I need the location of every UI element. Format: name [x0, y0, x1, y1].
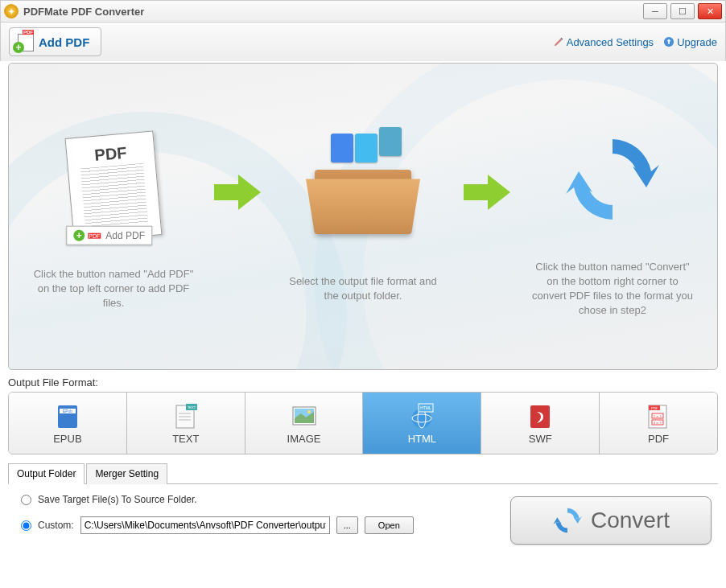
format-pdf[interactable]: PDF2 in 14 in 1 PDF	[600, 393, 717, 454]
intro-panel: PDF Add PDF Click the button named "Add …	[8, 63, 718, 370]
arrow-icon	[464, 172, 512, 212]
add-pdf-label: Add PDF	[39, 35, 89, 49]
close-button[interactable]: ✕	[698, 3, 722, 19]
titlebar: ✦ PDFMate PDF Converter ─ ☐ ✕	[0, 0, 726, 23]
settings-icon	[553, 36, 564, 47]
minimize-button[interactable]: ─	[643, 3, 667, 19]
html-icon: HTML	[407, 402, 436, 431]
svg-text:TEXT: TEXT	[188, 405, 196, 409]
step-3: Click the button named "Convert" on the …	[524, 115, 701, 319]
format-epub[interactable]: EPub EPUB	[9, 393, 127, 454]
format-swf[interactable]: SWF	[481, 393, 600, 454]
step-2-text: Select the output file format and the ou…	[274, 274, 452, 303]
svg-text:4 in 1: 4 in 1	[654, 421, 662, 425]
format-text[interactable]: TEXT TEXT	[127, 393, 245, 454]
format-selector: EPub EPUB TEXT TEXT IMAGE HTML HTML SWF …	[8, 392, 718, 454]
svg-text:2 in 1: 2 in 1	[654, 414, 662, 418]
format-label: IMAGE	[287, 433, 321, 445]
source-folder-label: Save Target File(s) To Source Folder.	[38, 494, 197, 505]
custom-folder-label: Custom:	[38, 520, 74, 531]
convert-cycle-icon	[564, 131, 661, 228]
app-logo-icon: ✦	[4, 4, 19, 19]
pdf-icon: PDF2 in 14 in 1	[644, 402, 673, 431]
maximize-button[interactable]: ☐	[670, 3, 695, 19]
swf-icon	[526, 402, 555, 431]
advanced-settings-link[interactable]: Advanced Settings	[553, 36, 654, 48]
output-format-label: Output File Format:	[8, 376, 718, 389]
tabs: Output Folder Merger Setting	[8, 463, 718, 483]
arrow-icon	[214, 172, 262, 212]
tab-merger-setting[interactable]: Merger Setting	[86, 463, 167, 484]
format-html[interactable]: HTML HTML	[363, 393, 481, 454]
custom-path-input[interactable]	[80, 516, 330, 534]
step-3-text: Click the button named "Convert" on the …	[524, 260, 701, 319]
format-label: HTML	[408, 433, 436, 445]
tab-output-folder[interactable]: Output Folder	[8, 463, 85, 484]
advanced-settings-label: Advanced Settings	[567, 36, 654, 48]
svg-rect-18	[530, 405, 550, 428]
step-1: PDF Add PDF Click the button named "Add …	[25, 122, 202, 311]
toolbar: PDF Add PDF Advanced Settings Upgrade	[0, 23, 726, 61]
svg-text:EPub: EPub	[63, 409, 72, 413]
upgrade-link[interactable]: Upgrade	[663, 36, 717, 48]
add-pdf-icon: PDF	[14, 32, 34, 51]
convert-label: Convert	[591, 508, 670, 533]
upgrade-label: Upgrade	[677, 36, 717, 48]
open-button[interactable]: Open	[365, 516, 414, 534]
upgrade-icon	[663, 36, 674, 47]
format-label: EPUB	[53, 433, 81, 445]
image-icon	[290, 402, 319, 431]
folder-icon	[311, 154, 415, 234]
step-1-text: Click the button named "Add PDF" on the …	[25, 267, 202, 311]
format-label: SWF	[529, 433, 552, 445]
svg-point-12	[307, 410, 311, 413]
step-2: Select the output file format and the ou…	[274, 130, 452, 303]
svg-text:HTML: HTML	[421, 405, 432, 410]
browse-button[interactable]: ...	[336, 516, 358, 534]
format-label: TEXT	[172, 433, 199, 445]
add-pdf-button[interactable]: PDF Add PDF	[9, 27, 101, 56]
format-image[interactable]: IMAGE	[245, 393, 364, 454]
text-icon: TEXT	[171, 402, 200, 431]
custom-folder-radio[interactable]	[21, 520, 31, 531]
convert-button[interactable]: Convert	[510, 496, 712, 545]
window-title: PDFMate PDF Converter	[23, 6, 643, 18]
source-folder-radio[interactable]	[21, 495, 31, 505]
svg-text:PDF: PDF	[651, 406, 658, 410]
epub-icon: EPub	[53, 402, 82, 431]
step1-add-pdf-label: PDF Add PDF	[66, 225, 152, 245]
pdf-document-icon: PDF Add PDF	[65, 130, 163, 242]
convert-icon	[552, 505, 583, 536]
format-label: PDF	[648, 433, 669, 445]
